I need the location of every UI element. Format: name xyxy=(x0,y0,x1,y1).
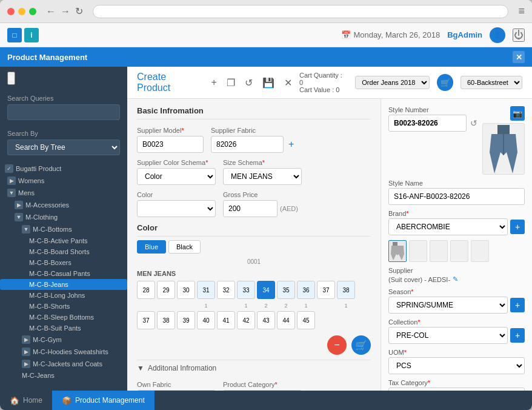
sidebar-item-clothing[interactable]: ▼ M-Clothing xyxy=(0,211,127,223)
size-cell-r2-44[interactable]: 44 xyxy=(277,311,295,329)
close-form-button[interactable]: ✕ xyxy=(282,76,294,90)
tax-category-select[interactable]: Standard xyxy=(388,388,525,391)
product-category-select[interactable]: Jeans xyxy=(223,390,302,391)
qty-29 xyxy=(157,303,175,309)
size-cell-r2-40[interactable]: 40 xyxy=(197,311,215,329)
close-dot[interactable] xyxy=(7,8,15,15)
store-select[interactable]: 60-Backstreet xyxy=(461,76,522,89)
sidebar-toggle[interactable]: ≡ xyxy=(7,72,15,85)
sidebar-item-suit-pants[interactable]: M-C-B-Suit Pants xyxy=(0,323,127,334)
brand-thumb-4[interactable] xyxy=(450,240,468,262)
size-cell-r2-41[interactable]: 41 xyxy=(217,311,235,329)
brand-thumb-3[interactable] xyxy=(430,240,448,262)
brand-thumb-5[interactable] xyxy=(471,240,489,262)
size-cell-30[interactable]: 30 xyxy=(177,281,195,299)
maximize-dot[interactable] xyxy=(29,8,36,15)
logo-box-info[interactable]: i xyxy=(24,28,39,42)
size-cell-r2-39[interactable]: 39 xyxy=(177,311,195,329)
avatar[interactable]: 👤 xyxy=(490,27,505,43)
size-cell-r2-37[interactable]: 37 xyxy=(137,311,155,329)
back-button[interactable]: ← xyxy=(46,5,56,17)
sidebar-item-sleep-bottoms[interactable]: M-C-B-Sleep Bottoms xyxy=(0,312,127,323)
brand-thumb-1[interactable] xyxy=(388,240,407,262)
reload-button[interactable]: ↻ xyxy=(75,5,83,17)
cart-button[interactable]: 🛒 xyxy=(437,74,453,91)
brand-add-button[interactable]: + xyxy=(510,220,525,234)
sidebar-item-womens[interactable]: ▶ Womens xyxy=(0,175,127,187)
season-add-button[interactable]: + xyxy=(510,298,525,312)
size-cell-28[interactable]: 28 xyxy=(137,281,155,299)
power-button[interactable]: ⏻ xyxy=(513,29,525,42)
bottom-tab-home[interactable]: 🏠 Home xyxy=(0,391,52,410)
sidebar-item-jackets[interactable]: ▶ M-C-Jackets and Coats xyxy=(0,358,127,370)
sidebar-item-gym[interactable]: ▶ M-C-Gym xyxy=(0,334,127,346)
supplier-fabric-input[interactable] xyxy=(211,136,284,153)
color-select[interactable] xyxy=(137,200,216,217)
size-cell-33[interactable]: 33 xyxy=(237,281,255,299)
forward-button[interactable]: → xyxy=(61,5,70,17)
supplier-color-schema-select[interactable]: Color xyxy=(137,168,216,185)
brand-thumb-2[interactable] xyxy=(409,240,427,262)
sidebar-item-hoodies[interactable]: ▶ M-C-Hoodies Sweatshirts xyxy=(0,346,127,358)
cart-add-button[interactable]: 🛒 xyxy=(351,335,371,355)
size-cell-35[interactable]: 35 xyxy=(277,281,295,299)
bottom-tab-product-management[interactable]: 📦 Product Management xyxy=(52,391,155,410)
supplier-edit-icon[interactable]: ✎ xyxy=(453,275,458,283)
size-cell-r2-42[interactable]: 42 xyxy=(237,311,255,329)
sidebar-item-accessories[interactable]: ▶ M-Accessories xyxy=(0,199,127,211)
size-schema-select[interactable]: MEN JEANS xyxy=(223,168,302,185)
size-cell-r2-45[interactable]: 45 xyxy=(297,311,315,329)
save-button[interactable]: 💾 xyxy=(260,76,277,90)
camera-button[interactable]: 📷 xyxy=(510,106,525,121)
sidebar-item-active-pants[interactable]: M-C-B-Active Pants xyxy=(0,235,127,246)
browser-menu-button[interactable]: ≡ xyxy=(518,5,525,18)
sidebar-item-board-shorts[interactable]: M-C-B-Board Shorts xyxy=(0,246,127,257)
size-cell-r2-43[interactable]: 43 xyxy=(257,311,275,329)
sidebar-item-bottoms[interactable]: ▼ M-C-Bottoms xyxy=(0,223,127,235)
size-cell-29[interactable]: 29 xyxy=(157,281,175,299)
supplier-model-input[interactable] xyxy=(137,136,204,153)
collection-select[interactable]: PRE-COL xyxy=(388,327,508,344)
style-number-input[interactable] xyxy=(388,115,467,132)
size-cell-36[interactable]: 36 xyxy=(297,281,315,299)
size-cell-32[interactable]: 32 xyxy=(217,281,235,299)
sidebar-item-boxers[interactable]: M-C-B-Boxers xyxy=(0,257,127,268)
season-select[interactable]: SPRING/SUMME xyxy=(388,297,508,314)
uom-select[interactable]: PCS xyxy=(388,357,525,374)
minimize-dot[interactable] xyxy=(18,8,25,15)
color-tab-blue[interactable]: Blue xyxy=(137,240,166,254)
search-queries-input[interactable] xyxy=(7,104,120,120)
sidebar-item-jeans[interactable]: M-C-B-Jeans xyxy=(0,279,127,290)
color-tab-black[interactable]: Black xyxy=(168,240,201,254)
order-select[interactable]: Order Jeans 2018 xyxy=(355,76,430,89)
supplier-fabric-add-button[interactable]: + xyxy=(286,136,296,153)
refresh-button[interactable]: ↺ xyxy=(242,76,255,90)
address-bar[interactable] xyxy=(93,5,508,18)
logo-box-blue[interactable]: □ xyxy=(7,28,22,42)
additional-info-toggle[interactable]: ▼ Additonal Infromation xyxy=(137,360,371,376)
brand-select[interactable]: ABERCROMBIE xyxy=(388,218,508,235)
search-by-select[interactable]: Search By Tree xyxy=(7,139,120,155)
style-number-refresh-button[interactable]: ↺ xyxy=(470,118,477,128)
size-cell-37[interactable]: 37 xyxy=(317,281,335,299)
user-name[interactable]: BgAdmin xyxy=(447,30,482,39)
sidebar-item-casual-pants[interactable]: M-C-B-Casual Pants xyxy=(0,268,127,279)
brand-thumbs xyxy=(388,240,525,262)
size-cell-34[interactable]: 34 xyxy=(257,281,275,299)
remove-button[interactable]: − xyxy=(327,335,347,355)
gross-price-input[interactable] xyxy=(223,200,278,217)
size-cell-38[interactable]: 38 xyxy=(337,281,355,299)
app-close-button[interactable]: ✕ xyxy=(513,51,525,63)
qty-30 xyxy=(177,303,195,309)
sidebar-item-shorts[interactable]: M-C-B-Shorts xyxy=(0,301,127,312)
sidebar-item-mens[interactable]: ▼ Mens xyxy=(0,187,127,199)
collection-add-button[interactable]: + xyxy=(510,328,525,343)
size-cell-31[interactable]: 31 xyxy=(197,281,215,299)
copy-button[interactable]: ❐ xyxy=(224,76,238,90)
add-button[interactable]: + xyxy=(209,76,219,89)
sidebar-item-long-johns[interactable]: M-C-B-Long Johns xyxy=(0,290,127,301)
size-cell-r2-38[interactable]: 38 xyxy=(157,311,175,329)
sidebar-item-bugatti[interactable]: ✓ Bugatti Product xyxy=(0,163,127,175)
style-name-input[interactable] xyxy=(388,188,525,205)
sidebar-item-mc-jeans[interactable]: M-C-Jeans xyxy=(0,370,127,381)
